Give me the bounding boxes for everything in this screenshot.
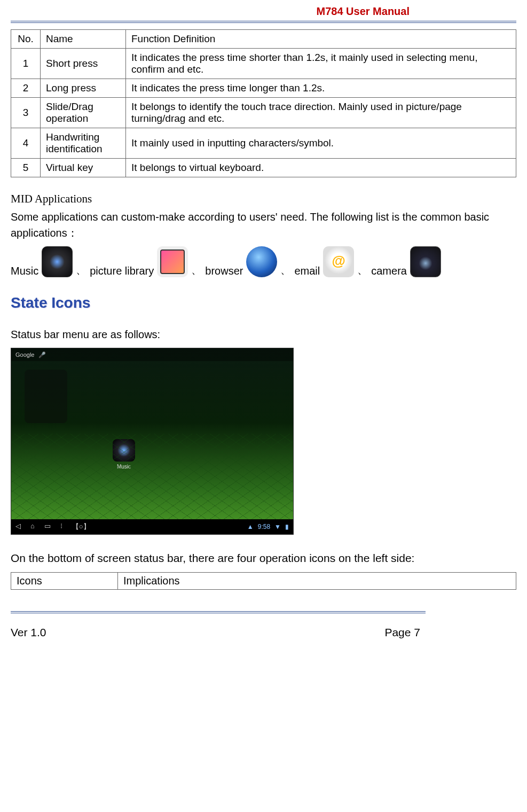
col-header-implications: Implications xyxy=(118,572,516,589)
cell-no: 3 xyxy=(11,98,41,128)
cell-def: It indicates the press time longer than … xyxy=(126,79,516,98)
separator: 、 xyxy=(191,263,202,277)
footer-version: Ver 1.0 xyxy=(11,626,46,639)
mic-icon: 🎤 xyxy=(38,352,46,358)
email-icon xyxy=(323,246,354,277)
table-row: 3 Slide/Drag operation It belongs to ide… xyxy=(11,98,516,128)
cell-def: It belongs to virtual keyboard. xyxy=(126,159,516,177)
app-icons-line: Music 、 picture library 、 browser 、 emai… xyxy=(11,246,516,277)
nav-back-icon: ◁ xyxy=(15,522,21,532)
separator: 、 xyxy=(357,263,368,277)
col-header-def: Function Definition xyxy=(126,30,516,49)
cell-no: 2 xyxy=(11,79,41,98)
ss-status-right: ▲ 9:58 ▼ ▮ xyxy=(247,523,289,530)
table-row: 1 Short press It indicates the press tim… xyxy=(11,49,516,79)
battery-icon: ▮ xyxy=(285,523,289,530)
table-row: 2 Long press It indicates the press time… xyxy=(11,79,516,98)
header-rule xyxy=(11,21,516,23)
browser-icon xyxy=(246,246,277,277)
cell-def: It belongs to identify the touch trace d… xyxy=(126,98,516,128)
nav-screenshot-icon: 【○】 xyxy=(72,522,90,532)
ss-status-bar: ◁ ⌂ ▭ ⁝ 【○】 ▲ 9:58 ▼ ▮ xyxy=(11,519,293,534)
app-gallery-label: picture library xyxy=(90,265,154,277)
nav-home-icon: ⌂ xyxy=(30,522,35,532)
separator: 、 xyxy=(76,263,86,277)
table-row: 5 Virtual key It belongs to virtual keyb… xyxy=(11,159,516,177)
nav-recent-icon: ▭ xyxy=(44,522,51,532)
icons-implications-table: Icons Implications xyxy=(11,572,516,590)
cell-no: 4 xyxy=(11,128,41,159)
music-icon xyxy=(42,246,73,277)
ss-search-bar: Google 🎤 xyxy=(11,348,293,361)
ss-leaf-background xyxy=(11,434,293,519)
nav-menu-icon: ⁝ xyxy=(60,522,62,532)
app-email-label: email xyxy=(294,265,320,277)
cell-name: Slide/Drag operation xyxy=(41,98,126,128)
wifi-icon: ▼ xyxy=(274,523,281,530)
bottom-note: On the bottom of screen status bar, ther… xyxy=(11,550,516,567)
android-home-screenshot: Google 🎤 Music ◁ ⌂ ▭ ⁝ 【○】 ▲ 9:58 ▼ ▮ xyxy=(11,348,294,535)
cell-name: Virtual key xyxy=(41,159,126,177)
ss-nav-icons: ◁ ⌂ ▭ ⁝ 【○】 xyxy=(15,522,90,532)
state-icons-intro: Status bar menu are as follows: xyxy=(11,326,516,342)
camera-icon xyxy=(410,246,441,277)
app-browser-label: browser xyxy=(205,265,243,277)
app-camera-label: camera xyxy=(371,265,407,277)
cell-name: Long press xyxy=(41,79,126,98)
function-definition-table: No. Name Function Definition 1 Short pre… xyxy=(11,29,516,177)
footer-page: Page 7 xyxy=(384,626,420,639)
cell-name: Short press xyxy=(41,49,126,79)
mid-apps-heading: MID Applications xyxy=(11,192,516,206)
ss-clock-widget xyxy=(25,370,67,423)
app-music-label: Music xyxy=(11,265,38,277)
separator: 、 xyxy=(280,263,291,277)
table-row: 4 Handwriting identification It mainly u… xyxy=(11,128,516,159)
col-header-icons: Icons xyxy=(11,572,118,589)
state-icons-heading: State Icons xyxy=(11,294,516,311)
ss-google-label: Google xyxy=(15,352,34,358)
cell-no: 5 xyxy=(11,159,41,177)
cell-def: It mainly used in inputting characters/s… xyxy=(126,128,516,159)
gallery-icon xyxy=(157,246,188,277)
col-header-name: Name xyxy=(41,30,126,49)
cell-name: Handwriting identification xyxy=(41,128,126,159)
upload-icon: ▲ xyxy=(247,523,254,530)
table-row: Icons Implications xyxy=(11,572,516,589)
doc-header-title: M784 User Manual xyxy=(11,5,516,18)
table-row: No. Name Function Definition xyxy=(11,30,516,49)
mid-apps-intro: Some applications can custom-make accord… xyxy=(11,209,516,241)
cell-no: 1 xyxy=(11,49,41,79)
page-footer: Ver 1.0 Page 7 xyxy=(11,626,516,639)
cell-def: It indicates the press time shorter than… xyxy=(126,49,516,79)
ss-clock: 9:58 xyxy=(258,523,270,530)
col-header-no: No. xyxy=(11,30,41,49)
footer-rule xyxy=(11,611,426,613)
